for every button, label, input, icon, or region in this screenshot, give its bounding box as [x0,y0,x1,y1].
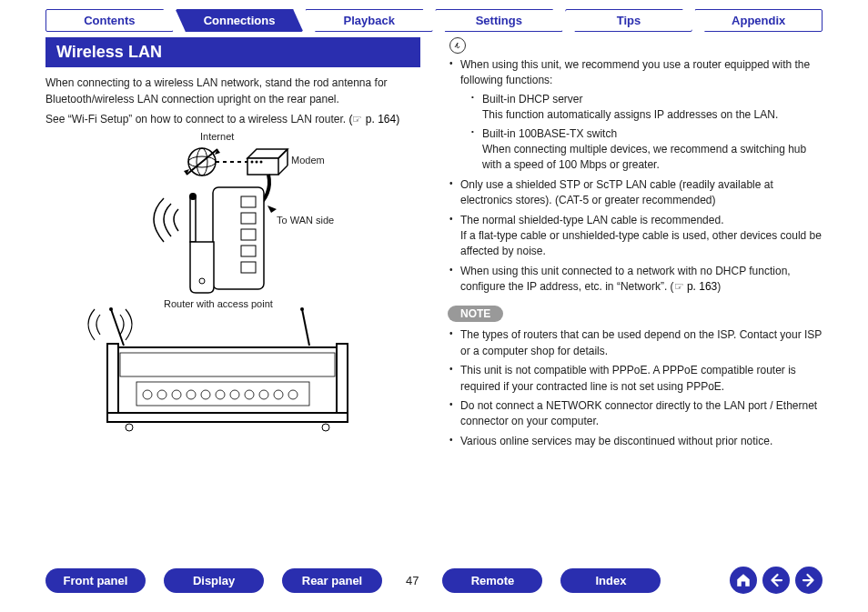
svg-point-44 [300,307,304,311]
tip-line: ) [717,280,721,293]
nav-display[interactable]: Display [164,568,264,593]
svg-point-30 [143,390,152,399]
prev-page-icon[interactable] [762,567,790,594]
tip-item: The normal shielded-type LAN cable is re… [448,213,823,260]
tip-item: When using this unit, we recommend you u… [448,57,823,174]
tip-line: The normal shielded-type LAN cable is re… [460,213,823,228]
svg-rect-24 [107,344,118,413]
svg-point-10 [256,161,258,164]
svg-rect-23 [107,413,348,422]
diagram-label-internet: Internet [200,131,234,142]
nav-front-panel[interactable]: Front panel [45,568,146,593]
svg-rect-28 [120,353,335,376]
home-icon[interactable] [730,567,757,594]
page-reference-link[interactable]: ☞ p. 163 [674,279,718,295]
diagram-label-modem: Modem [291,155,325,166]
svg-rect-25 [337,344,348,413]
svg-point-26 [126,424,133,431]
svg-point-27 [322,424,329,431]
bottom-nav: Front panel Display Rear panel 47 Remote… [45,567,823,594]
tip-lead: When using this unit, we recommend you u… [460,58,810,86]
svg-point-36 [230,390,239,399]
svg-point-33 [187,390,196,399]
tab-connections[interactable]: Connections [176,9,304,32]
note-item: The types of routers that can be used de… [448,327,823,359]
svg-point-42 [109,307,113,311]
svg-point-31 [157,390,167,399]
svg-rect-15 [241,213,256,224]
note-item: Various online services may be discontin… [448,434,823,449]
tip-line: If a flat-type cable or unshielded-type … [460,228,823,260]
svg-rect-17 [241,246,256,256]
tab-appendix[interactable]: Appendix [694,9,823,32]
svg-point-38 [259,390,268,399]
svg-point-35 [216,390,225,399]
note-badge: NOTE [448,306,503,322]
svg-line-7 [278,166,288,175]
next-page-icon[interactable] [795,567,823,594]
diagram-label-router: Router with access point [164,298,273,309]
svg-rect-19 [190,196,196,242]
nav-remote[interactable]: Remote [442,568,542,593]
tip-line: When using this unit connected to a netw… [460,265,791,293]
info-icon [449,37,466,54]
intro-paragraph-2: See “Wi-Fi Setup” on how to connect to a… [45,111,420,127]
svg-line-41 [111,309,124,346]
intro-paragraph-1: When connecting to a wireless LAN networ… [45,75,420,107]
tip-sub-title: Built-in DHCP server [482,92,823,107]
network-diagram: Internet Modem To WAN side Router with a… [45,131,391,440]
diagram-label-wan: To WAN side [277,215,334,226]
svg-rect-16 [241,229,256,240]
tab-tips[interactable]: Tips [565,9,693,32]
svg-point-37 [245,390,254,399]
nav-rear-panel[interactable]: Rear panel [282,568,382,593]
svg-point-39 [274,390,283,399]
tab-contents[interactable]: Contents [45,9,174,32]
svg-rect-13 [213,187,264,289]
tip-sub-body: This function automatically assigns IP a… [482,107,823,123]
tip-item: When using this unit connected to a netw… [448,264,823,296]
tip-subitem: Built-in DHCP server This function autom… [469,92,823,124]
tip-sub-body: When connecting multiple devices, we rec… [482,142,823,174]
tab-settings[interactable]: Settings [435,9,563,32]
svg-line-43 [302,309,309,346]
note-item: Do not connect a NETWORK connector direc… [448,398,823,430]
page-number: 47 [400,574,424,587]
note-item: This unit is not compatible with PPPoE. … [448,363,823,395]
nav-index[interactable]: Index [560,568,661,593]
page-reference-link[interactable]: (☞ p. 164) [349,111,400,127]
svg-point-9 [251,161,254,164]
tip-subitem: Built-in 100BASE-TX switch When connecti… [469,126,823,174]
svg-point-32 [172,390,181,399]
svg-point-20 [189,193,197,200]
tab-playback[interactable]: Playback [305,9,433,32]
intro-text: See “Wi-Fi Setup” on how to connect to a… [45,113,346,125]
diagram-svg [45,131,391,440]
svg-point-11 [260,161,263,164]
svg-point-34 [201,390,210,399]
top-tabs: Contents Connections Playback Settings T… [0,0,868,37]
tip-item: Only use a shielded STP or ScTP LAN cabl… [448,177,823,209]
svg-rect-14 [241,196,256,207]
section-title: Wireless LAN [45,37,420,67]
svg-rect-18 [241,262,256,273]
tip-sub-title: Built-in 100BASE-TX switch [482,126,823,142]
svg-point-40 [288,390,298,399]
